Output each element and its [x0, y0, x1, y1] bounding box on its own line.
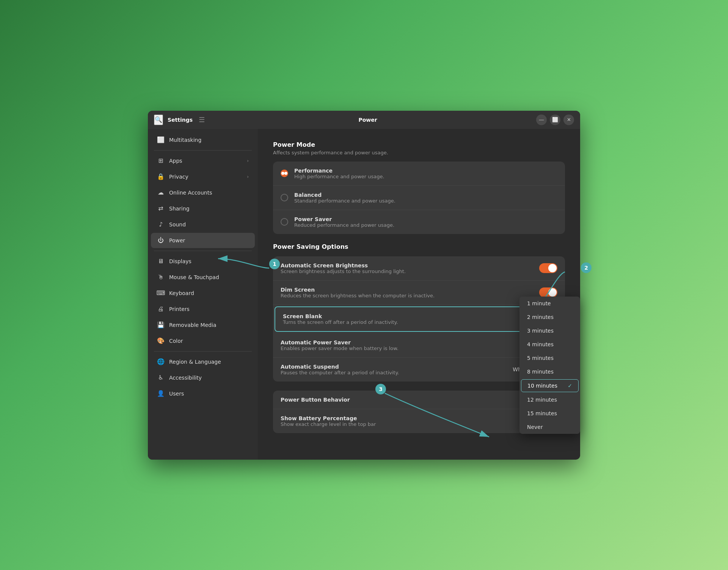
dropdown-item-1min[interactable]: 1 minute — [519, 297, 580, 310]
radio-performance-circle — [281, 170, 288, 177]
sidebar-label-displays: Displays — [169, 258, 191, 264]
radio-balanced-circle — [281, 194, 288, 201]
dropdown-item-2min[interactable]: 2 minutes — [519, 310, 580, 324]
dropdown-item-15min[interactable]: 15 minutes — [519, 407, 580, 420]
search-button[interactable]: 🔍 — [154, 115, 163, 125]
sidebar-label-privacy: Privacy — [169, 174, 188, 180]
radio-balanced-label: Balanced — [294, 192, 395, 198]
sidebar-label-accessibility: Accessibility — [169, 375, 202, 381]
radio-performance-text: Performance High performance and power u… — [294, 168, 384, 179]
dim-screen-label: Dim Screen — [281, 287, 533, 293]
battery-pct-label: Show Battery Percentage — [281, 415, 557, 421]
dropdown-item-10min[interactable]: 10 minutes ✓ — [521, 379, 579, 392]
sidebar-item-printers[interactable]: 🖨 Printers — [151, 301, 255, 317]
sidebar-label-apps: Apps — [169, 158, 182, 164]
sidebar-divider-1 — [154, 150, 252, 151]
dropdown-item-4min[interactable]: 4 minutes — [519, 338, 580, 351]
radio-performance-desc: High performance and power usage. — [294, 174, 384, 179]
battery-pct-text: Show Battery Percentage Show exact charg… — [281, 415, 557, 427]
dropdown-10min-label: 10 minutes — [527, 383, 557, 389]
radio-performance-dot — [281, 172, 284, 175]
auto-brightness-toggle[interactable] — [539, 263, 557, 273]
maximize-button[interactable]: ⬜ — [550, 115, 560, 125]
sidebar-label-power: Power — [169, 237, 185, 243]
sidebar-label-users: Users — [169, 391, 184, 397]
dropdown-checkmark-icon: ✓ — [568, 383, 572, 389]
radio-performance[interactable]: Performance High performance and power u… — [273, 162, 565, 186]
accessibility-icon: ♿ — [157, 374, 165, 382]
badge-1: 1 — [269, 259, 280, 269]
sidebar-label-online-accounts: Online Accounts — [169, 190, 212, 196]
radio-saver-label: Power Saver — [294, 216, 394, 222]
radio-saver-desc: Reduced performance and power usage. — [294, 222, 394, 228]
titlebar-center: Power — [199, 117, 536, 123]
battery-pct-desc: Show exact charge level in the top bar — [281, 421, 557, 427]
sidebar-item-displays[interactable]: 🖥 Displays — [151, 254, 255, 269]
sidebar-item-multitasking[interactable]: ⬜ Multitasking — [151, 132, 255, 148]
auto-brightness-label: Automatic Screen Brightness — [281, 262, 533, 269]
dropdown-item-12min[interactable]: 12 minutes — [519, 393, 580, 407]
sidebar-divider-3 — [154, 351, 252, 352]
sidebar-item-color[interactable]: 🎨 Color — [151, 333, 255, 349]
dropdown-item-never[interactable]: Never — [519, 420, 580, 434]
option-auto-brightness: Automatic Screen Brightness Screen brigh… — [273, 256, 565, 281]
power-icon: ⏻ — [157, 237, 165, 244]
radio-saver-circle — [281, 218, 288, 226]
sidebar-item-apps[interactable]: ⊞ Apps › — [151, 153, 255, 168]
sidebar-item-sharing[interactable]: ⇄ Sharing — [151, 201, 255, 216]
sidebar-item-keyboard[interactable]: ⌨ Keyboard — [151, 286, 255, 301]
sidebar-label-mouse: Mouse & Touchpad — [169, 274, 219, 280]
sidebar-item-users[interactable]: 👤 Users — [151, 386, 255, 401]
sharing-icon: ⇄ — [157, 205, 165, 212]
power-saving-title: Power Saving Options — [273, 243, 565, 250]
dim-screen-toggle[interactable] — [539, 287, 557, 297]
power-mode-section: Power Mode Affects system performance an… — [273, 141, 565, 234]
dropdown-item-8min[interactable]: 8 minutes — [519, 365, 580, 378]
screen-blank-dropdown-menu: 1 minute 2 minutes 3 minutes 4 minutes 5… — [519, 297, 580, 434]
dropdown-item-5min[interactable]: 5 minutes — [519, 351, 580, 365]
minimize-button[interactable]: — — [536, 115, 547, 125]
sidebar-label-printers: Printers — [169, 306, 190, 312]
sidebar-item-accessibility[interactable]: ♿ Accessibility — [151, 370, 255, 385]
sidebar-item-online-accounts[interactable]: ☁ Online Accounts — [151, 185, 255, 200]
sidebar-item-mouse[interactable]: 🖱 Mouse & Touchpad — [151, 270, 255, 285]
sidebar: ⬜ Multitasking ⊞ Apps › 🔒 Privacy › ☁ On… — [148, 129, 258, 460]
sound-icon: ♪ — [157, 221, 165, 228]
power-mode-card: Performance High performance and power u… — [273, 162, 565, 234]
window-body: ⬜ Multitasking ⊞ Apps › 🔒 Privacy › ☁ On… — [148, 129, 580, 460]
settings-window: 🔍 Settings ☰ Power — ⬜ ✕ ⬜ Multitasking … — [148, 111, 580, 460]
badge-3: 3 — [375, 384, 386, 394]
dim-screen-desc: Reduces the screen brightness when the c… — [281, 293, 533, 298]
window-title: Power — [358, 117, 377, 123]
sidebar-label-keyboard: Keyboard — [169, 290, 194, 296]
spacer — [273, 252, 565, 256]
radio-saver-text: Power Saver Reduced performance and powe… — [294, 216, 394, 228]
titlebar-left: 🔍 Settings ☰ — [154, 115, 199, 125]
dropdown-item-3min[interactable]: 3 minutes — [519, 324, 580, 338]
sidebar-item-privacy[interactable]: 🔒 Privacy › — [151, 169, 255, 184]
radio-balanced-text: Balanced Standard performance and power … — [294, 192, 395, 204]
window-controls: — ⬜ ✕ — [536, 115, 574, 125]
radio-performance-label: Performance — [294, 168, 384, 174]
auto-power-saver-desc: Enables power saver mode when battery is… — [281, 345, 557, 351]
sidebar-divider-2 — [154, 251, 252, 251]
close-button[interactable]: ✕ — [563, 115, 574, 125]
titlebar: 🔍 Settings ☰ Power — ⬜ ✕ — [148, 111, 580, 129]
multitasking-icon: ⬜ — [157, 136, 165, 144]
sidebar-label-sharing: Sharing — [169, 206, 190, 212]
radio-balanced[interactable]: Balanced Standard performance and power … — [273, 186, 565, 210]
privacy-chevron-icon: › — [247, 174, 249, 179]
power-mode-subtitle: Affects system performance and power usa… — [273, 150, 565, 155]
sidebar-item-sound[interactable]: ♪ Sound — [151, 217, 255, 232]
sidebar-item-removable[interactable]: 💾 Removable Media — [151, 317, 255, 333]
power-mode-title: Power Mode — [273, 141, 565, 148]
auto-suspend-label: Automatic Suspend — [281, 364, 507, 370]
radio-saver[interactable]: Power Saver Reduced performance and powe… — [273, 210, 565, 234]
screen-blank-text: Screen Blank Turns the screen off after … — [283, 313, 517, 325]
sidebar-item-power[interactable]: ⏻ Power — [151, 233, 255, 248]
sidebar-item-region[interactable]: 🌐 Region & Language — [151, 354, 255, 369]
keyboard-icon: ⌨ — [157, 289, 165, 297]
users-icon: 👤 — [157, 390, 165, 397]
sidebar-title: Settings — [168, 117, 193, 123]
auto-brightness-desc: Screen brightness adjusts to the surroun… — [281, 269, 533, 274]
